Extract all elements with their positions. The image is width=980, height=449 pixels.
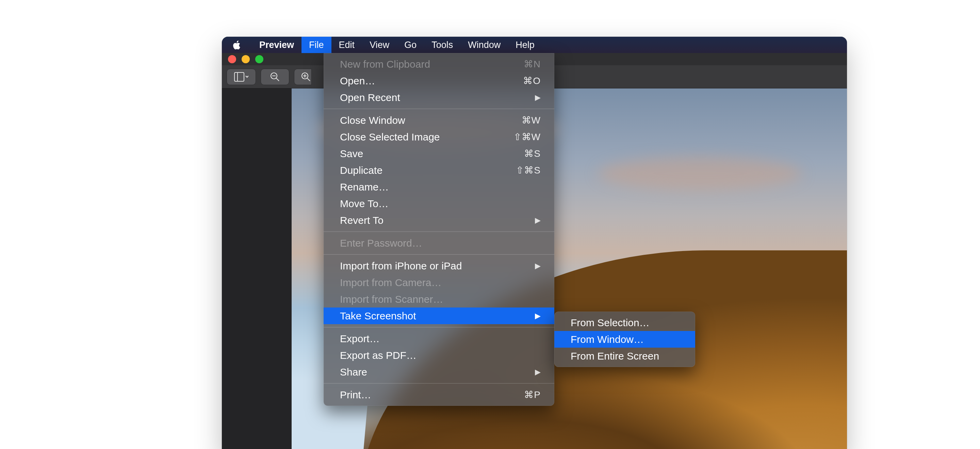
menu-separator — [324, 254, 554, 255]
file-menu-item-open-recent[interactable]: Open Recent▶ — [324, 89, 554, 106]
menu-item-label: Save — [340, 148, 363, 160]
thumbnails-sidebar[interactable] — [222, 89, 292, 449]
file-menu-item-enter-password: Enter Password… — [324, 235, 554, 251]
menu-item-label: Export… — [340, 333, 380, 344]
zoom-in-button[interactable] — [294, 69, 312, 85]
menu-item-label: Open… — [340, 75, 375, 87]
file-menu-item-save[interactable]: Save⌘S — [324, 145, 554, 162]
menubar-item-window[interactable]: Window — [460, 37, 508, 53]
menu-item-label: From Window… — [571, 334, 644, 345]
menubar-item-go[interactable]: Go — [397, 37, 424, 53]
file-menu-item-share[interactable]: Share▶ — [324, 363, 554, 380]
menu-shortcut: ⇧⌘W — [514, 131, 541, 143]
take-screenshot-submenu: From Selection…From Window…From Entire S… — [554, 312, 695, 367]
file-menu-item-revert-to[interactable]: Revert To▶ — [324, 212, 554, 228]
screenshot-submenu-item-from-window[interactable]: From Window… — [554, 331, 695, 347]
menu-item-label: Print… — [340, 389, 371, 401]
menu-item-label: Import from iPhone or iPad — [340, 260, 462, 272]
svg-line-3 — [276, 78, 279, 81]
file-menu: New from Clipboard⌘NOpen…⌘OOpen Recent▶C… — [324, 53, 554, 406]
file-menu-item-rename[interactable]: Rename… — [324, 179, 554, 195]
menu-separator — [324, 327, 554, 328]
menu-item-label: Take Screenshot — [340, 310, 416, 322]
menubar-app-name[interactable]: Preview — [252, 37, 301, 53]
menu-item-label: Revert To — [340, 215, 383, 226]
minimize-icon[interactable] — [242, 55, 250, 63]
file-menu-item-new-from-clipboard: New from Clipboard⌘N — [324, 56, 554, 73]
file-menu-item-export-as-pdf[interactable]: Export as PDF… — [324, 347, 554, 363]
menu-separator — [324, 231, 554, 232]
file-menu-item-take-screenshot[interactable]: Take Screenshot▶ — [324, 308, 554, 324]
chevron-right-icon: ▶ — [535, 368, 541, 376]
chevron-right-icon: ▶ — [535, 216, 541, 225]
menubar-item-view[interactable]: View — [362, 37, 397, 53]
menu-item-label: Share — [340, 366, 367, 378]
menu-item-label: From Entire Screen — [571, 351, 659, 362]
menu-item-label: Import from Scanner… — [340, 294, 443, 305]
file-menu-item-close-selected-image[interactable]: Close Selected Image⇧⌘W — [324, 129, 554, 145]
svg-rect-0 — [234, 73, 244, 81]
chevron-right-icon: ▶ — [535, 312, 541, 320]
macos-screenshot: Preview FileEditViewGoToolsWindowHelp — [222, 37, 847, 449]
file-menu-item-export[interactable]: Export… — [324, 330, 554, 347]
file-menu-item-import-from-iphone-or-ipad[interactable]: Import from iPhone or iPad▶ — [324, 257, 554, 274]
menu-shortcut: ⌘P — [524, 389, 541, 400]
menubar: Preview FileEditViewGoToolsWindowHelp — [222, 37, 847, 53]
chevron-right-icon: ▶ — [535, 93, 541, 102]
menu-item-label: Close Selected Image — [340, 131, 440, 143]
menu-shortcut: ⇧⌘S — [516, 165, 541, 176]
file-menu-item-print[interactable]: Print…⌘P — [324, 386, 554, 403]
menu-item-label: New from Clipboard — [340, 59, 430, 70]
file-menu-item-move-to[interactable]: Move To… — [324, 195, 554, 212]
menu-item-label: From Selection… — [571, 317, 649, 328]
menu-item-label: Rename… — [340, 181, 388, 193]
menu-separator — [324, 108, 554, 109]
menu-shortcut: ⌘W — [522, 115, 541, 126]
menu-shortcut: ⌘O — [523, 75, 541, 86]
menubar-item-tools[interactable]: Tools — [424, 37, 460, 53]
menubar-item-help[interactable]: Help — [508, 37, 542, 53]
zoom-out-button[interactable] — [261, 69, 289, 85]
screenshot-submenu-item-from-selection[interactable]: From Selection… — [554, 314, 695, 331]
file-menu-item-import-from-camera: Import from Camera… — [324, 274, 554, 291]
menu-item-label: Export as PDF… — [340, 350, 417, 361]
screenshot-submenu-item-from-entire-screen[interactable]: From Entire Screen — [554, 347, 695, 364]
chevron-right-icon: ▶ — [535, 262, 541, 270]
file-menu-item-duplicate[interactable]: Duplicate⇧⌘S — [324, 162, 554, 179]
file-menu-item-import-from-scanner: Import from Scanner… — [324, 291, 554, 308]
file-menu-item-open[interactable]: Open…⌘O — [324, 73, 554, 89]
menubar-item-edit[interactable]: Edit — [331, 37, 363, 53]
menu-item-label: Duplicate — [340, 165, 382, 176]
menu-shortcut: ⌘S — [524, 148, 541, 159]
file-menu-item-close-window[interactable]: Close Window⌘W — [324, 112, 554, 129]
apple-icon[interactable] — [232, 40, 252, 50]
menu-item-label: Close Window — [340, 115, 405, 126]
menu-item-label: Import from Camera… — [340, 277, 441, 289]
menu-item-label: Move To… — [340, 198, 388, 209]
menu-shortcut: ⌘N — [524, 59, 541, 70]
menu-separator — [324, 383, 554, 384]
svg-line-6 — [307, 78, 310, 81]
menu-item-label: Enter Password… — [340, 237, 422, 249]
zoom-icon[interactable] — [255, 55, 263, 63]
sidebar-toggle-button[interactable] — [227, 69, 256, 85]
menu-item-label: Open Recent — [340, 92, 400, 103]
close-icon[interactable] — [228, 55, 236, 63]
menubar-item-file[interactable]: File — [301, 37, 331, 53]
